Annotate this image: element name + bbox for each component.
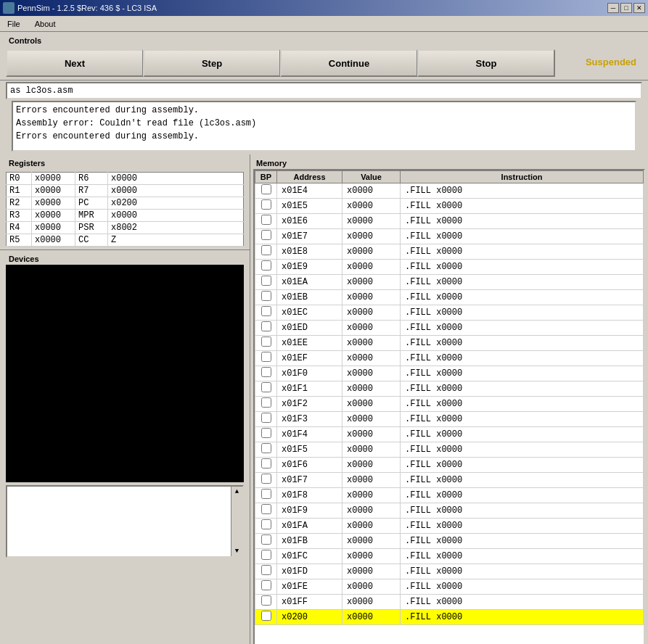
bp-cell: [255, 595, 277, 610]
reg-name: R0: [7, 173, 32, 185]
menu-file[interactable]: File: [3, 18, 25, 30]
reg-name2: R7: [75, 185, 108, 197]
reg-value2[interactable]: x0000: [108, 185, 244, 197]
memory-row: x01F3 x0000 .FILL x0000: [255, 412, 644, 427]
device-display: [6, 265, 244, 482]
bp-cell: [255, 519, 277, 534]
controls-section: Controls Next Step Continue Stop Suspend…: [0, 32, 648, 80]
bp-checkbox[interactable]: [261, 397, 271, 408]
val-cell: x0000: [343, 534, 401, 549]
bp-cell: [255, 381, 277, 397]
bp-checkbox[interactable]: [261, 184, 271, 194]
instr-cell: .FILL x0000: [401, 229, 644, 244]
reg-name: R5: [7, 234, 32, 247]
restore-button[interactable]: □: [620, 3, 632, 13]
close-button[interactable]: ✕: [633, 3, 645, 13]
reg-value2[interactable]: x0000: [108, 210, 244, 222]
bp-cell: [255, 427, 277, 442]
next-button[interactable]: Next: [6, 49, 143, 77]
bp-cell: [255, 351, 277, 366]
bp-checkbox[interactable]: [261, 458, 271, 468]
val-cell: x0000: [343, 381, 401, 397]
reg-value[interactable]: x0000: [32, 222, 75, 234]
bp-cell: [255, 260, 277, 275]
continue-button[interactable]: Continue: [280, 49, 417, 77]
bp-checkbox[interactable]: [261, 260, 271, 271]
bp-checkbox[interactable]: [261, 382, 271, 392]
bp-checkbox[interactable]: [261, 428, 271, 438]
memory-row: x01FC x0000 .FILL x0000: [255, 549, 644, 564]
bp-checkbox[interactable]: [261, 413, 271, 423]
bp-checkbox[interactable]: [261, 504, 271, 514]
instr-cell: .FILL x0000: [401, 381, 644, 397]
addr-cell: x01ED: [277, 321, 343, 336]
memory-row: x01E5 x0000 .FILL x0000: [255, 199, 644, 214]
addr-cell: x01FE: [277, 579, 343, 595]
addr-cell: x01F0: [277, 366, 343, 381]
bp-checkbox[interactable]: [261, 199, 271, 210]
minimize-button[interactable]: ─: [607, 3, 619, 13]
bp-cell: [255, 610, 277, 625]
title-bar-buttons[interactable]: ─ □ ✕: [607, 3, 645, 13]
bp-cell: [255, 290, 277, 305]
bp-checkbox[interactable]: [261, 215, 271, 225]
reg-name2: CC: [75, 234, 108, 247]
bp-checkbox[interactable]: [261, 489, 271, 499]
bp-checkbox[interactable]: [261, 352, 271, 362]
menu-about[interactable]: About: [30, 18, 60, 30]
bp-checkbox[interactable]: [261, 337, 271, 347]
reg-value2[interactable]: x8002: [108, 222, 244, 234]
bp-cell: [255, 336, 277, 351]
bp-checkbox[interactable]: [261, 580, 271, 590]
scrollbar-right[interactable]: ▲ ▼: [231, 487, 242, 556]
instr-cell: .FILL x0000: [401, 260, 644, 275]
bp-checkbox[interactable]: [261, 595, 271, 606]
bp-checkbox[interactable]: [261, 519, 271, 529]
memory-table-container[interactable]: BP Address Value Instruction x01E4 x0000…: [253, 169, 645, 644]
bp-checkbox[interactable]: [261, 306, 271, 316]
memory-row: x01FB x0000 .FILL x0000: [255, 534, 644, 549]
bp-checkbox[interactable]: [261, 245, 271, 255]
bp-checkbox[interactable]: [261, 321, 271, 331]
bp-checkbox[interactable]: [261, 367, 271, 377]
scroll-up-button[interactable]: ▲: [235, 488, 239, 495]
val-cell: x0000: [343, 519, 401, 534]
addr-cell: x01FB: [277, 534, 343, 549]
addr-cell: x01EE: [277, 336, 343, 351]
bp-checkbox[interactable]: [261, 474, 271, 484]
bp-cell: [255, 503, 277, 519]
reg-value2[interactable]: Z: [108, 234, 244, 247]
reg-name: R3: [7, 210, 32, 222]
reg-value2[interactable]: x0200: [108, 197, 244, 210]
val-cell: x0000: [343, 473, 401, 488]
val-cell: x0000: [343, 549, 401, 564]
bp-checkbox[interactable]: [261, 276, 271, 286]
step-button[interactable]: Step: [143, 49, 280, 77]
scroll-down-button[interactable]: ▼: [235, 548, 239, 555]
bp-cell: [255, 199, 277, 214]
bp-checkbox[interactable]: [261, 565, 271, 575]
bp-checkbox[interactable]: [261, 443, 271, 453]
device-input-area[interactable]: ▲ ▼: [6, 485, 244, 558]
reg-value[interactable]: x0000: [32, 197, 75, 210]
bp-checkbox[interactable]: [261, 611, 271, 621]
bp-checkbox[interactable]: [261, 534, 271, 545]
instr-cell: .FILL x0000: [401, 290, 644, 305]
bp-checkbox[interactable]: [261, 291, 271, 301]
command-input[interactable]: [6, 82, 642, 99]
stop-button[interactable]: Stop: [417, 49, 555, 77]
reg-value[interactable]: x0000: [32, 185, 75, 197]
instr-cell: .FILL x0000: [401, 275, 644, 290]
val-cell: x0000: [343, 412, 401, 427]
memory-row: x01EE x0000 .FILL x0000: [255, 336, 644, 351]
reg-value[interactable]: x0000: [32, 234, 75, 247]
reg-value[interactable]: x0000: [32, 173, 75, 185]
addr-cell: x01F8: [277, 488, 343, 503]
addr-cell: x0200: [277, 610, 343, 625]
bp-checkbox[interactable]: [261, 550, 271, 560]
memory-row: x01EC x0000 .FILL x0000: [255, 305, 644, 321]
reg-value2[interactable]: x0000: [108, 173, 244, 185]
reg-value[interactable]: x0000: [32, 210, 75, 222]
val-cell: x0000: [343, 260, 401, 275]
bp-checkbox[interactable]: [261, 230, 271, 240]
